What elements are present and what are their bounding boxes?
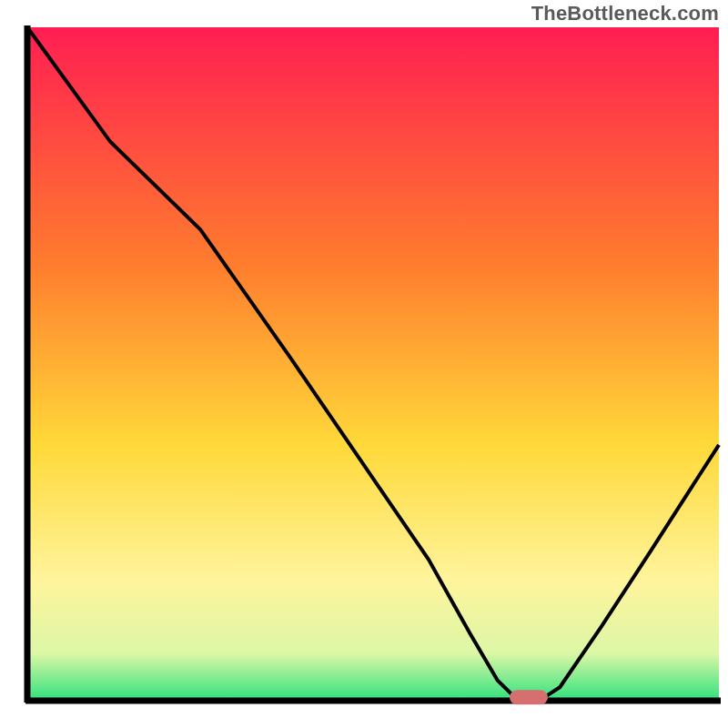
- chart-container: TheBottleneck.com: [0, 0, 728, 728]
- optimal-marker: [510, 690, 548, 704]
- plot-background: [27, 27, 719, 701]
- bottleneck-chart: [0, 0, 728, 728]
